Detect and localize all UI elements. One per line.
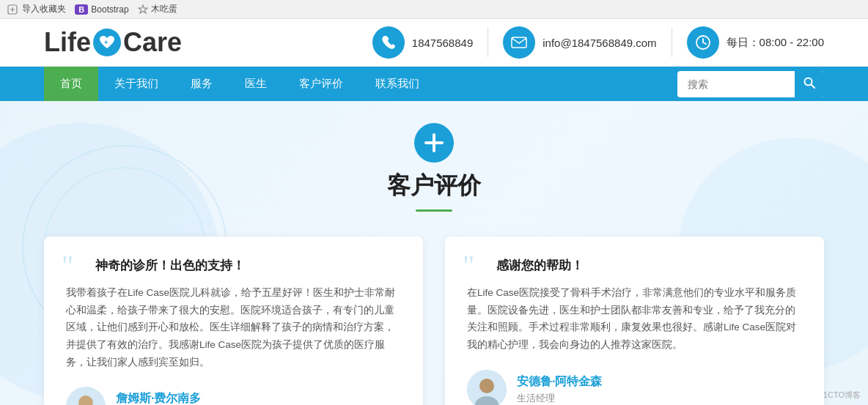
nav-list: 首页 关于我们 服务 医生 客户评价 联系我们: [44, 67, 435, 101]
nav-item-doctors[interactable]: 医生: [229, 67, 283, 101]
contact-phone: 1847568849: [372, 26, 473, 59]
review-text-1: 我带着孩子在Life Case医院儿科就诊，给予五星好评！医生和护士非常耐心和温…: [66, 284, 401, 371]
main-content: 客户评价 " 神奇的诊所！出色的支持！ 我带着孩子在Life Case医院儿科就…: [0, 101, 868, 405]
quote-icon-2: ": [463, 251, 474, 280]
main-navbar: 首页 关于我们 服务 医生 客户评价 联系我们: [0, 67, 868, 101]
review-text-2: 在Life Case医院接受了骨科手术治疗，非常满意他们的专业水平和服务质量。医…: [467, 284, 802, 354]
search-button[interactable]: [795, 71, 824, 97]
reviewer-details-2: 安德鲁·阿特金森 生活经理: [517, 374, 602, 405]
reviewer-name-1: 詹姆斯·费尔南多: [116, 391, 201, 405]
nav-item-about[interactable]: 关于我们: [98, 67, 174, 101]
hours-text: 每日：08:00 - 22:00: [727, 36, 824, 50]
import-bookmarks[interactable]: 导入收藏夹: [7, 3, 66, 15]
site-header: Life + Care 1847568849: [0, 19, 868, 67]
phone-icon: [372, 26, 405, 59]
nav-link-contact[interactable]: 联系我们: [359, 67, 435, 101]
bookmark-muzhidao[interactable]: 木吃蛋: [138, 3, 177, 15]
logo-life: Life: [44, 27, 91, 58]
nav-item-contact[interactable]: 联系我们: [359, 67, 435, 101]
nav-link-reviews[interactable]: 客户评价: [283, 67, 359, 101]
nav-link-home[interactable]: 首页: [44, 67, 98, 101]
logo-heart-icon: +: [93, 29, 121, 56]
nav-link-doctors[interactable]: 医生: [229, 67, 283, 101]
review-card-2: " 感谢您的帮助！ 在Life Case医院接受了骨科手术治疗，非常满意他们的专…: [445, 237, 824, 405]
nav-item-services[interactable]: 服务: [174, 67, 229, 101]
browser-bar: 导入收藏夹 B Bootstrap 木吃蛋: [0, 0, 868, 19]
logo-care: Care: [123, 27, 182, 58]
nav-item-home[interactable]: 首页: [44, 67, 98, 101]
email-address: info@1847568849.com: [542, 37, 656, 49]
divider-1: [488, 28, 488, 57]
reviewer-info-1: 詹姆斯·费尔南多 经理: [66, 387, 401, 405]
review-title-1: 神奇的诊所！出色的支持！: [95, 257, 401, 274]
nav-link-about[interactable]: 关于我们: [98, 67, 174, 101]
reviewer-avatar-2: [467, 370, 507, 406]
reviews-container: " 神奇的诊所！出色的支持！ 我带着孩子在Life Case医院儿科就诊，给予五…: [0, 229, 868, 405]
svg-text:+: +: [104, 39, 108, 46]
search-box: [677, 71, 824, 97]
divider-2: [672, 28, 672, 57]
reviewer-name-2: 安德鲁·阿特金森: [517, 374, 602, 390]
site-logo: Life + Care: [44, 27, 182, 58]
section-header: 客户评价: [0, 101, 868, 229]
section-underline: [416, 209, 452, 212]
reviewer-role-2: 生活经理: [517, 392, 602, 405]
phone-number: 1847568849: [412, 37, 473, 49]
reviewer-info-2: 安德鲁·阿特金森 生活经理: [467, 370, 802, 406]
quote-icon-1: ": [62, 251, 73, 280]
review-title-2: 感谢您的帮助！: [496, 257, 802, 274]
nav-link-services[interactable]: 服务: [174, 67, 229, 101]
svg-point-9: [479, 379, 494, 393]
contact-hours: 每日：08:00 - 22:00: [687, 26, 824, 59]
svg-rect-2: [512, 37, 526, 48]
reviewer-avatar-1: [66, 387, 106, 405]
search-input[interactable]: [677, 73, 795, 95]
nav-item-reviews[interactable]: 客户评价: [283, 67, 359, 101]
clock-icon: [687, 26, 719, 59]
section-plus-icon: [414, 123, 454, 163]
review-card-1: " 神奇的诊所！出色的支持！ 我带着孩子在Life Case医院儿科就诊，给予五…: [44, 237, 423, 405]
contact-email: info@1847568849.com: [503, 26, 656, 59]
section-title: 客户评价: [0, 170, 868, 202]
bookmark-bootstrap[interactable]: B Bootstrap: [75, 4, 128, 15]
header-contacts: 1847568849 info@1847568849.com 每日：08:00: [372, 26, 824, 59]
email-icon: [503, 26, 535, 59]
reviewer-details-1: 詹姆斯·费尔南多 经理: [116, 391, 201, 405]
